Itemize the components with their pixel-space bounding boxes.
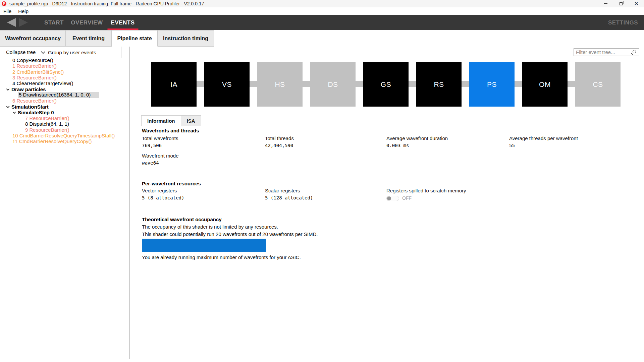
pipeline-stage-gs[interactable]: GS	[363, 62, 409, 107]
close-button[interactable]: ×	[629, 0, 644, 7]
window-title: sample_profile.rgp - D3D12 - Instruction…	[9, 1, 204, 7]
pipeline-stage-rs[interactable]: RS	[416, 62, 462, 107]
close-icon: ×	[634, 0, 638, 7]
wavefront-mode-field: Wavefront mode wave64	[142, 153, 179, 166]
pipeline-stage-label: DS	[328, 81, 338, 87]
nav-item-label: OVERVIEW	[71, 20, 103, 25]
pipeline-stage-label: GS	[381, 81, 391, 87]
tree-item-label: 9 ResourceBarrier()	[25, 127, 69, 133]
occupancy-line1: The occupancy of this shader is not limi…	[142, 224, 318, 230]
detail-tabs: InformationISA	[141, 115, 201, 126]
tree-item[interactable]: 10 CmdBarrierResolveQueryTimestampStall(…	[0, 133, 129, 138]
stat-label: Average wavefront duration	[386, 135, 448, 141]
tree-item[interactable]: SimulationStart	[0, 104, 129, 109]
detail-tab-isa[interactable]: ISA	[181, 115, 201, 126]
pipeline-stage-wrap: CS	[568, 62, 621, 107]
stat-value: 5 (128 allocated)	[265, 195, 313, 201]
tree-item-label: 4 ClearRenderTargetView()	[12, 80, 73, 86]
occupancy-heading: Theoretical wavefront occupancy	[142, 217, 318, 222]
forward-arrow-button[interactable]	[19, 18, 28, 27]
detail-tab-information[interactable]: Information	[141, 115, 181, 126]
chevron-down-icon	[6, 105, 10, 108]
tab-pipeline-state[interactable]: Pipeline state	[112, 30, 158, 47]
collapse-tree-button[interactable]: Collapse tree	[6, 49, 36, 55]
menubar: FileHelp	[0, 7, 644, 15]
tree-item[interactable]: 2 CmdBarrierBlitSync()	[0, 69, 129, 75]
stat-value: 5 (8 allocated)	[142, 195, 184, 201]
wavefront-mode-value: wave64	[142, 160, 179, 166]
stat-label: Total threads	[265, 135, 294, 141]
navbar: START OVERVIEW EVENTS SETTINGS	[0, 15, 644, 30]
stat-value: 55	[509, 143, 578, 148]
pipeline-stage-ia[interactable]: IA	[151, 62, 197, 107]
tree-item-label: SimulateStep 0	[18, 110, 54, 115]
restore-button[interactable]	[613, 0, 629, 7]
tree-item-label: 7 ResourceBarrier()	[25, 115, 69, 121]
occupancy-bar	[142, 239, 266, 252]
nav-item-settings[interactable]: SETTINGS	[608, 15, 638, 30]
occupancy-line2: This shader could potentially run 20 wav…	[142, 231, 318, 237]
tab-event-timing[interactable]: Event timing	[66, 30, 112, 47]
tab-wavefront-occupancy[interactable]: Wavefront occupancy	[0, 30, 66, 47]
pipeline-stage-ds[interactable]: DS	[310, 62, 356, 107]
pipeline-stage-label: PS	[487, 81, 497, 87]
stat-label: Vector registers	[142, 188, 184, 193]
tree-item[interactable]: 1 ResourceBarrier()	[0, 63, 129, 69]
tree-item[interactable]: 4 ClearRenderTargetView()	[0, 80, 129, 86]
tree-item[interactable]: 6 ResourceBarrier()	[0, 98, 129, 104]
stat-value: 0.003 ms	[386, 143, 448, 148]
back-arrow-button[interactable]	[7, 18, 16, 27]
nav-item-start[interactable]: START	[44, 15, 64, 30]
tree-item[interactable]: 9 ResourceBarrier()	[0, 127, 129, 133]
tree-item[interactable]: 11 CmdBarrierResolveQueryCopy()	[0, 138, 129, 144]
tree-item[interactable]: 8 Dispatch(64, 1, 1)	[0, 121, 129, 127]
minimize-button[interactable]	[598, 0, 613, 7]
pipeline-stage-hs[interactable]: HS	[257, 62, 303, 107]
tree-item[interactable]: 5 DrawInstanced(16384, 1, 0, 0)	[0, 92, 129, 98]
tree-item[interactable]: 0 CopyResource()	[0, 57, 129, 63]
event-tree: 0 CopyResource() 1 ResourceBarrier() 2 C…	[0, 57, 129, 144]
pipeline-stage-wrap: RS	[409, 62, 462, 107]
pipeline-connector	[303, 81, 310, 87]
pipeline-connector	[515, 81, 522, 87]
stat-label: Scalar registers	[265, 188, 313, 193]
tree-item-label: 11 CmdBarrierResolveQueryCopy()	[12, 138, 92, 144]
tree-item[interactable]: Draw particles	[0, 86, 129, 92]
search-icon	[633, 50, 636, 53]
stat-value: 769,506	[142, 143, 178, 148]
pipeline-diagram: IA VS HS DS GS RS PS OM	[151, 62, 621, 107]
tree-item-label: Draw particles	[11, 86, 46, 92]
pipeline-connector	[356, 81, 363, 87]
pipeline-connector	[250, 81, 257, 87]
tree-item[interactable]: 7 ResourceBarrier()	[0, 115, 129, 121]
nav-item-overview[interactable]: OVERVIEW	[71, 15, 103, 30]
filter-event-tree-input[interactable]	[574, 49, 631, 56]
menu-item-file[interactable]: File	[0, 8, 15, 14]
occupancy-bar-fill	[142, 239, 266, 252]
tree-item[interactable]: 3 ResourceBarrier()	[0, 75, 129, 80]
tab-instruction-timing[interactable]: Instruction timing	[158, 30, 214, 47]
pipeline-stage-wrap: DS	[303, 62, 356, 107]
pipeline-stage-label: HS	[275, 81, 285, 87]
pipeline-stage-cs[interactable]: CS	[575, 62, 621, 107]
pipeline-stage-wrap: IA	[151, 62, 197, 107]
pipeline-stage-vs[interactable]: VS	[204, 62, 250, 107]
tree-item[interactable]: SimulateStep 0	[0, 110, 129, 115]
nav-item-label: EVENTS	[111, 20, 135, 25]
tree-item-label: 6 ResourceBarrier()	[12, 98, 57, 104]
stat-label: Average threads per wavefront	[509, 135, 578, 141]
pipeline-stage-om[interactable]: OM	[522, 62, 568, 107]
tree-item-label: 2 CmdBarrierBlitSync()	[12, 69, 64, 75]
group-by-dropdown[interactable]: Group by user events	[41, 48, 96, 57]
nav-item-events[interactable]: EVENTS	[111, 15, 135, 30]
pipeline-stage-ps[interactable]: PS	[469, 62, 515, 107]
pipeline-connector	[568, 81, 575, 87]
tree-item-label: 10 CmdBarrierResolveQueryTimestampStall(…	[12, 133, 115, 138]
stat-value: 42,404,590	[265, 143, 294, 148]
registers-spilled-toggle[interactable]	[386, 196, 399, 201]
group-by-label: Group by user events	[48, 50, 96, 55]
menu-item-help[interactable]: Help	[15, 8, 32, 14]
stat-field: Vector registers 5 (8 allocated)	[142, 188, 184, 201]
chevron-down-icon	[41, 50, 45, 54]
occupancy-section: Theoretical wavefront occupancy The occu…	[142, 217, 318, 260]
